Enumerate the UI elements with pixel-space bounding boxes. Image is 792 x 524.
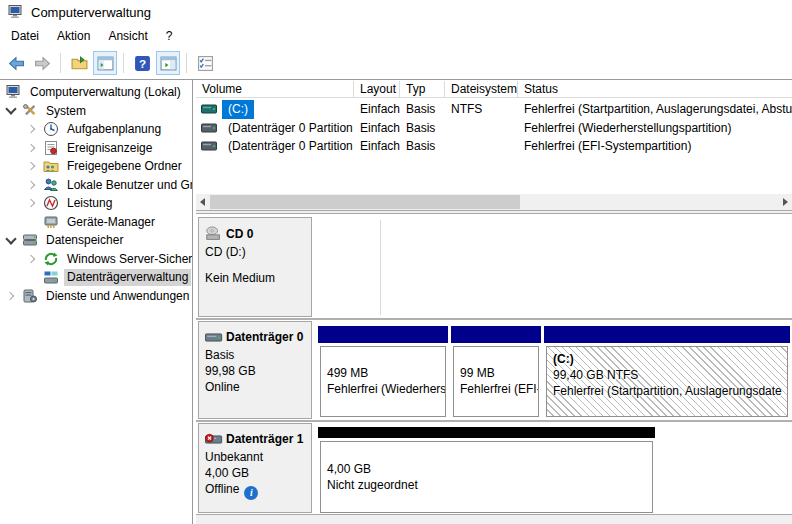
tree-item-label: Leistung	[64, 195, 115, 212]
column-header-status[interactable]: Status	[518, 81, 792, 98]
toolbar-separator	[60, 53, 61, 73]
partition-color-band	[318, 326, 448, 343]
horizontal-scrollbar[interactable]	[196, 194, 792, 210]
folder-export-icon	[71, 55, 88, 72]
expander-collapsed-icon[interactable]	[24, 145, 40, 151]
volume-typ: Basis	[400, 137, 451, 156]
computer-management-window: Computerverwaltung Datei Aktion Ansicht …	[0, 0, 792, 524]
disk1-type: Unbekannt	[205, 449, 306, 465]
standard-view-button[interactable]	[193, 51, 217, 75]
menu-datei[interactable]: Datei	[2, 26, 48, 46]
tree-item-label: Geräte-Manager	[64, 213, 158, 230]
disk0-name: Datenträger 0	[226, 330, 303, 344]
back-button[interactable]	[4, 51, 28, 75]
menu-ansicht[interactable]: Ansicht	[99, 26, 156, 46]
services-icon	[22, 288, 38, 304]
volume-status: Fehlerfrei (Wiederherstellungspartition)	[518, 119, 792, 138]
info-icon[interactable]: i	[244, 486, 258, 500]
expander-collapsed-icon[interactable]	[24, 256, 40, 262]
tree-item-dienste-und-anwendungen[interactable]: Dienste und Anwendungen	[0, 287, 192, 306]
expander-collapsed-icon[interactable]	[24, 200, 40, 206]
disk0-partition-c-region[interactable]: (C:) 99,40 GB NTFS Fehlerfrei (Startpart…	[544, 326, 790, 418]
tree-item-label: Windows Server-Sicheru	[64, 250, 192, 267]
computer-management-icon	[8, 4, 24, 20]
export-list-button[interactable]	[67, 51, 91, 75]
expander-expanded-icon[interactable]	[3, 235, 19, 246]
storage-icon	[22, 232, 38, 248]
cd0-info-panel[interactable]: CD 0 CD (D:) Kein Medium	[198, 217, 312, 317]
tree-item-system[interactable]: System	[0, 102, 192, 121]
tree-item-label: Computerverwaltung (Lokal)	[27, 84, 184, 101]
show-console-tree-button[interactable]	[93, 51, 117, 75]
volume-drive-icon	[201, 141, 217, 152]
volume-row-partition2[interactable]: (Datenträger 0 Partition 2) Einfach Basi…	[196, 137, 792, 156]
scroll-right-arrow[interactable]	[783, 198, 788, 206]
disk0-size: 99,98 GB	[205, 363, 306, 379]
cd0-status: Kein Medium	[205, 270, 306, 286]
tree-item-lokale-benutzer-und-gruppen[interactable]: Lokale Benutzer und Gru	[0, 176, 192, 195]
partition-size: 499 MB	[327, 366, 439, 381]
column-header-volume[interactable]: Volume	[196, 81, 354, 98]
volume-status: Fehlerfrei (Startpartition, Auslagerungs…	[518, 100, 792, 119]
tree-item-label: Ereignisanzeige	[64, 139, 155, 156]
expander-collapsed-icon[interactable]	[24, 163, 40, 169]
disk0-partition2-region[interactable]: 99 MB Fehlerfrei (EFI-S	[451, 326, 541, 418]
tree-item-aufgabenplanung[interactable]: Aufgabenplanung	[0, 120, 192, 139]
volume-layout: Einfach	[354, 100, 406, 119]
scrollbar-thumb[interactable]	[210, 195, 520, 209]
tree-item-label: Aufgabenplanung	[64, 121, 164, 138]
tree-item-windows-server-sicherung[interactable]: Windows Server-Sicheru	[0, 250, 192, 269]
volume-row-partition1[interactable]: (Datenträger 0 Partition 1) Einfach Basi…	[196, 119, 792, 138]
partition-status: Fehlerfrei (Startpartition, Auslagerungs…	[553, 384, 781, 399]
disk-management-icon	[43, 269, 59, 285]
help-button[interactable]: ?	[130, 51, 154, 75]
scroll-left-arrow[interactable]	[200, 198, 205, 206]
menu-aktion[interactable]: Aktion	[48, 26, 99, 46]
disk1-info-panel[interactable]: Datenträger 1 Unbekannt 4,00 GB Offlinei	[198, 423, 312, 513]
disk0-info-panel[interactable]: Datenträger 0 Basis 99,98 GB Online	[198, 321, 312, 419]
column-header-typ[interactable]: Typ	[400, 81, 445, 98]
tree-item-geraete-manager[interactable]: Geräte-Manager	[0, 213, 192, 232]
partition-title: (C:)	[553, 352, 781, 367]
row-separator	[196, 318, 792, 320]
tree-item-datenspeicher[interactable]: Datenspeicher	[0, 231, 192, 250]
cd0-drive-letter: CD (D:)	[205, 244, 306, 260]
expander-expanded-icon[interactable]	[3, 105, 19, 116]
cd-drive-icon	[205, 226, 223, 241]
disk0-partition1-region[interactable]: 499 MB Fehlerfrei (Wiederhers	[318, 326, 448, 418]
tree-item-computerverwaltung-lokal[interactable]: Computerverwaltung (Lokal)	[0, 83, 192, 102]
tree-item-datentraegerverwaltung[interactable]: Datenträgerverwaltung	[0, 268, 192, 287]
tree-item-freigegebene-ordner[interactable]: Freigegebene Ordner	[0, 157, 192, 176]
disk0-state: Online	[205, 379, 306, 395]
column-header-dateisystem[interactable]: Dateisystem	[445, 81, 518, 98]
cd0-region-divider	[380, 220, 381, 315]
volume-dateisystem	[445, 119, 524, 138]
tree-item-ereignisanzeige[interactable]: Ereignisanzeige	[0, 139, 192, 158]
disk1-unallocated-region[interactable]: 4,00 GB Nicht zugeordnet	[318, 427, 655, 513]
row-separator	[196, 420, 792, 422]
offline-disk-icon	[205, 433, 223, 446]
console-tree-icon	[97, 55, 114, 72]
tree-item-leistung[interactable]: Leistung	[0, 194, 192, 213]
partition-color-band	[451, 326, 541, 343]
local-users-icon	[43, 177, 59, 193]
toolbar: ?	[0, 47, 792, 79]
task-scheduler-icon	[43, 121, 59, 137]
column-header-layout[interactable]: Layout	[354, 81, 400, 98]
toolbar-separator	[123, 53, 124, 73]
partition-size: 4,00 GB	[327, 462, 646, 477]
show-action-pane-button[interactable]	[156, 51, 180, 75]
volume-dateisystem	[445, 137, 524, 156]
volume-list-header: Volume Layout Typ Dateisystem Status	[196, 81, 792, 99]
volume-name: (Datenträger 0 Partition 2)	[222, 137, 354, 156]
graphical-view: CD 0 CD (D:) Kein Medium	[196, 214, 792, 524]
volume-row-c[interactable]: (C:) Einfach Basis NTFS Fehlerfrei (Star…	[196, 100, 792, 119]
forward-arrow-icon	[34, 55, 51, 72]
disk1-name: Datenträger 1	[226, 432, 303, 446]
forward-button[interactable]	[30, 51, 54, 75]
menu-help[interactable]: ?	[157, 26, 182, 46]
expander-collapsed-icon[interactable]	[24, 126, 40, 132]
expander-collapsed-icon[interactable]	[24, 182, 40, 188]
expander-collapsed-icon[interactable]	[3, 293, 19, 299]
tree-item-label: Freigegebene Ordner	[64, 158, 185, 175]
